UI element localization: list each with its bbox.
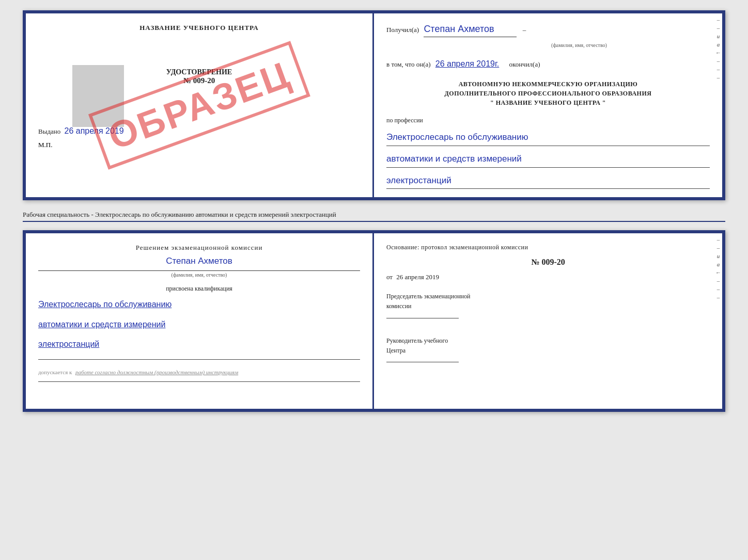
org-block: АВТОНОМНУЮ НЕКОММЕРЧЕСКУЮ ОРГАНИЗАЦИЮ ДО…: [386, 79, 710, 107]
bottom-nomer: № 009-20: [386, 258, 710, 267]
vtom-label: в том, что он(а): [386, 60, 431, 68]
predsedatel-block: Председатель экзаменационной комиссии: [386, 292, 710, 322]
predsedatel-line2: комиссии: [386, 301, 710, 311]
recipient-name: Степан Ахметов: [424, 22, 517, 37]
dopusk-text: работе согласно должностным (производств…: [75, 369, 238, 375]
fio-label-top: (фамилия, имя, отчество): [448, 42, 710, 48]
vydano-line: Выдано 26 апреля 2019: [38, 126, 360, 136]
rukovoditel-line1: Руководитель учебного: [386, 336, 710, 346]
osnovanie-title: Основание: протокол экзаменационной коми…: [386, 244, 710, 251]
poluchil-label: Получил(а): [386, 26, 419, 34]
vtom-line: в том, что он(а) 26 апреля 2019г. окончи…: [386, 57, 710, 71]
separator-label: Рабочая специальность - Электрослесарь п…: [23, 209, 725, 222]
right-spine-bottom: – – и а ← – – –: [714, 233, 722, 409]
org-line2: ДОПОЛНИТЕЛЬНОГО ПРОФЕССИОНАЛЬНОГО ОБРАЗО…: [386, 89, 710, 98]
ot-label: от: [386, 273, 393, 281]
rukovoditel-sign: [386, 362, 459, 362]
bottom-booklet: Решением экзаменационной комиссии Степан…: [23, 230, 725, 412]
top-left-page: НАЗВАНИЕ УЧЕБНОГО ЦЕНТРА УДОСТОВЕРЕНИЕ №…: [26, 13, 374, 197]
okonchil: окончил(а): [509, 60, 540, 68]
right-spine-top: – – и а ← – – –: [714, 13, 722, 197]
bottom-date-line: от 26 апреля 2019: [386, 273, 710, 281]
top-center-title: НАЗВАНИЕ УЧЕБНОГО ЦЕНТРА: [38, 24, 360, 32]
po-professii-label: по профессии: [386, 117, 710, 124]
vydano-date: 26 апреля 2019: [65, 126, 124, 135]
org-line1: АВТОНОМНУЮ НЕКОММЕРЧЕСКУЮ ОРГАНИЗАЦИЮ: [386, 79, 710, 89]
predsedatel-sign: [386, 318, 459, 318]
bottom-left-page: Решением экзаменационной комиссии Степан…: [26, 233, 374, 409]
bottom-fio-label: (фамилия, имя, отчество): [38, 270, 360, 278]
dopuskaetsya-block: допускается к работе согласно должностны…: [38, 369, 360, 375]
prisvoyena-label: присвоена квалификация: [38, 285, 360, 293]
predsedatel-line1: Председатель экзаменационной: [386, 292, 710, 301]
prof-line3-top: электростанций: [386, 173, 710, 189]
photo-placeholder: [72, 65, 124, 127]
top-booklet: НАЗВАНИЕ УЧЕБНОГО ЦЕНТРА УДОСТОВЕРЕНИЕ №…: [23, 10, 725, 200]
bottom-name: Степан Ахметов: [38, 256, 360, 266]
prof-line2-top: автоматики и средств измерений: [386, 151, 710, 168]
vydano-label: Выдано: [38, 127, 60, 135]
dopuskaetsya-label: допускается к: [38, 369, 72, 375]
date-completed: 26 апреля 2019г.: [435, 59, 499, 68]
bottom-prof-line2: автоматики и средств измерений: [38, 317, 360, 332]
bottom-prof-line1: Электрослесарь по обслуживанию: [38, 297, 360, 312]
org-line3: " НАЗВАНИЕ УЧЕБНОГО ЦЕНТРА ": [386, 98, 710, 107]
poluchil-line: Получил(а) Степан Ахметов –: [386, 22, 710, 37]
mp-line: М.П.: [38, 141, 360, 149]
rukovoditel-block: Руководитель учебного Центра: [386, 336, 710, 366]
top-right-page: Получил(а) Степан Ахметов – (фамилия, им…: [374, 13, 722, 197]
bottom-prof-line3: электростанций: [38, 337, 360, 352]
rukovoditel-line2: Центра: [386, 346, 710, 356]
komissia-title: Решением экзаменационной комиссии: [38, 244, 360, 252]
bottom-right-page: Основание: протокол экзаменационной коми…: [374, 233, 722, 409]
prof-line1-top: Электрослесарь по обслуживанию: [386, 130, 710, 146]
bottom-date: 26 апреля 2019: [396, 273, 439, 281]
